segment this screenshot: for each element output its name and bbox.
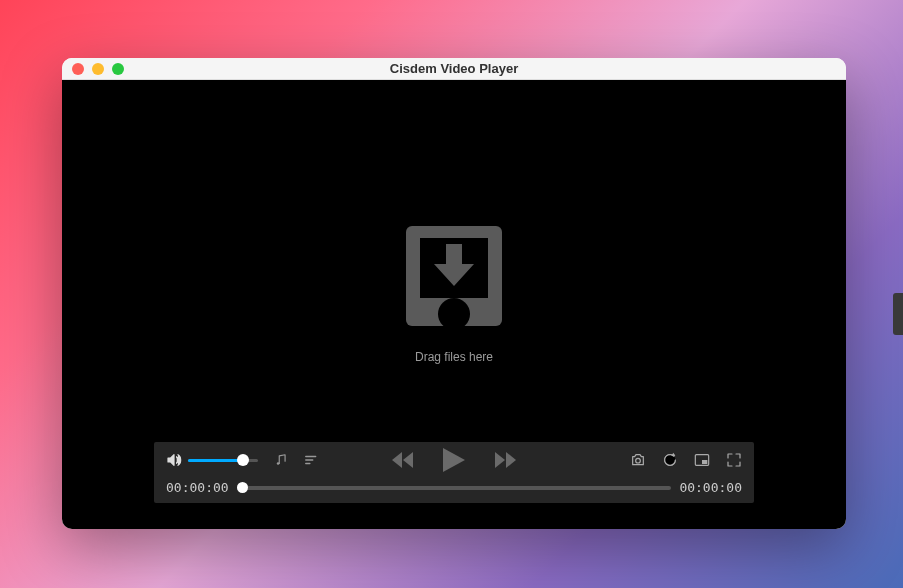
subtitle-button[interactable]	[304, 453, 318, 467]
music-note-icon	[274, 453, 288, 467]
play-icon	[441, 446, 467, 474]
svg-point-4	[277, 462, 280, 465]
play-button[interactable]	[441, 446, 467, 474]
volume-thumb[interactable]	[237, 454, 249, 466]
drop-files-zone[interactable]: Drag files here	[406, 226, 502, 364]
close-button[interactable]	[72, 63, 84, 75]
time-current: 00:00:00	[166, 480, 229, 495]
time-total: 00:00:00	[679, 480, 742, 495]
progress-slider[interactable]	[237, 482, 672, 494]
drop-files-label: Drag files here	[415, 350, 493, 364]
svg-point-13	[636, 458, 641, 463]
svg-marker-8	[392, 452, 402, 468]
loop-button[interactable]	[662, 452, 678, 468]
audio-track-button[interactable]	[274, 453, 288, 467]
pip-icon	[694, 452, 710, 468]
fullscreen-button[interactable]	[726, 452, 742, 468]
volume-slider[interactable]	[188, 454, 258, 466]
download-tray-icon	[406, 226, 502, 326]
app-window: Cisdem Video Player Drag files here	[62, 58, 846, 529]
fast-forward-icon	[493, 450, 517, 470]
titlebar: Cisdem Video Player	[62, 58, 846, 80]
svg-marker-11	[495, 452, 505, 468]
svg-rect-17	[702, 460, 707, 464]
rewind-button[interactable]	[391, 450, 415, 470]
fast-forward-button[interactable]	[493, 450, 517, 470]
camera-icon	[630, 452, 646, 468]
snapshot-button[interactable]	[630, 452, 646, 468]
svg-marker-9	[403, 452, 413, 468]
pip-button[interactable]	[694, 452, 710, 468]
volume-button[interactable]	[166, 452, 182, 468]
maximize-button[interactable]	[112, 63, 124, 75]
window-title: Cisdem Video Player	[390, 61, 518, 76]
list-icon	[304, 453, 318, 467]
loop-icon	[662, 452, 678, 468]
svg-marker-10	[443, 448, 465, 472]
progress-thumb[interactable]	[237, 482, 248, 493]
rewind-icon	[391, 450, 415, 470]
video-area[interactable]: Drag files here	[62, 80, 846, 529]
minimize-button[interactable]	[92, 63, 104, 75]
svg-marker-12	[506, 452, 516, 468]
control-bar: 00:00:00 00:00:00	[154, 442, 754, 503]
volume-icon	[166, 452, 182, 468]
fullscreen-icon	[726, 452, 742, 468]
playlist-toggle-tab[interactable]	[893, 293, 903, 335]
